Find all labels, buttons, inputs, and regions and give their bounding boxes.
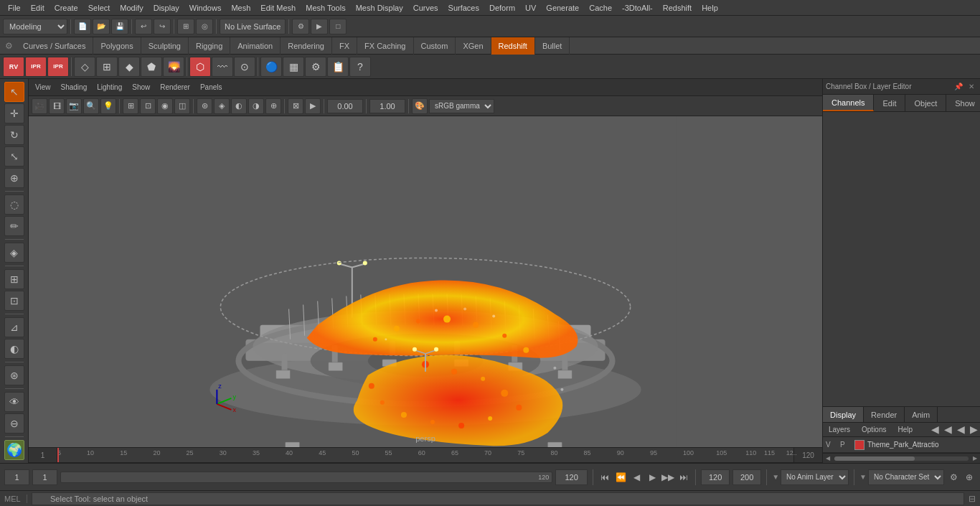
playback-prev-btn[interactable]: ◀ <box>630 471 643 484</box>
anim-layer-arrow[interactable]: ▼ <box>772 473 779 481</box>
le-tab-anim[interactable]: Anim <box>905 407 938 422</box>
vt2-cam-btn[interactable]: 📷 <box>66 98 82 114</box>
menu-help[interactable]: Help <box>697 2 723 14</box>
render-ipr-btn[interactable]: ▶ <box>311 19 328 34</box>
undo-btn[interactable]: ↩ <box>135 19 152 34</box>
rotate-tool[interactable]: ↻ <box>4 125 24 145</box>
layer-btn1[interactable]: ◀ <box>928 423 941 436</box>
transform-constraint[interactable]: ⊿ <box>4 317 24 337</box>
shelf-icon-8[interactable]: ⊙ <box>234 57 255 77</box>
soft-selection[interactable]: ◐ <box>4 339 24 359</box>
shelf-icon-2[interactable]: ⊞ <box>96 57 118 77</box>
rp-tab-show[interactable]: Show <box>946 95 980 111</box>
new-scene-btn[interactable]: 📄 <box>74 19 91 34</box>
menu-redshift[interactable]: Redshift <box>658 2 697 14</box>
layer-row[interactable]: V P Theme_Park_Attractio <box>823 437 980 453</box>
viewport-menu-shading[interactable]: Shading <box>57 83 91 92</box>
tab-xgen[interactable]: XGen <box>456 37 491 55</box>
layer-btn2[interactable]: ◀ <box>941 423 954 436</box>
shelf-icon-ipr2[interactable]: IPR <box>47 57 69 77</box>
rp-tab-object[interactable]: Object <box>905 95 946 111</box>
scroll-track[interactable] <box>834 456 969 461</box>
scroll-left-arrow[interactable]: ◀ <box>823 454 833 464</box>
tab-sculpting[interactable]: Sculpting <box>141 37 189 55</box>
shelf-icon-7[interactable]: 〰 <box>212 57 233 77</box>
tab-redshift[interactable]: Redshift <box>491 37 535 55</box>
menu-curves[interactable]: Curves <box>408 2 443 14</box>
move-tool[interactable]: ✛ <box>4 103 24 123</box>
status-icon[interactable]: ⊟ <box>969 494 976 504</box>
vt2-isolate-btn[interactable]: ⊛ <box>197 98 212 114</box>
vt2-shadow-btn[interactable]: ◐ <box>231 98 247 114</box>
scroll-thumb[interactable] <box>834 456 915 461</box>
scale-tool[interactable]: ⤡ <box>4 146 24 167</box>
menu-generate[interactable]: Generate <box>541 2 584 14</box>
vt2-zoom-btn[interactable]: 🔍 <box>83 98 99 114</box>
layer-btn3[interactable]: ◀ <box>954 423 967 436</box>
menu-select[interactable]: Select <box>83 2 116 14</box>
snap-curve-btn[interactable]: ◎ <box>196 19 213 34</box>
menu-edit[interactable]: Edit <box>26 2 50 14</box>
render-region-btn[interactable]: □ <box>329 19 347 34</box>
menu-display[interactable]: Display <box>149 2 184 14</box>
menu-create[interactable]: Create <box>50 2 83 14</box>
shelf-icon-5[interactable]: 🌄 <box>163 57 184 77</box>
shelf-icon-12[interactable]: 📋 <box>327 57 349 77</box>
tab-curves-surfaces[interactable]: Curves / Surfaces <box>16 37 93 55</box>
redo-btn[interactable]: ↪ <box>154 19 171 34</box>
show-manip-tool[interactable]: ◈ <box>4 243 24 263</box>
vt2-hud-btn[interactable]: ⊠ <box>288 98 303 114</box>
menu-surfaces[interactable]: Surfaces <box>443 2 484 14</box>
playback-extra-btn[interactable]: ⊕ <box>963 471 976 484</box>
shelf-icon-ipr1[interactable]: IPR <box>25 57 47 77</box>
lasso-tool[interactable]: ◌ <box>4 195 24 215</box>
vt2-ao-btn[interactable]: ◑ <box>248 98 264 114</box>
tab-custom[interactable]: Custom <box>414 37 456 55</box>
vt2-expose-btn[interactable]: ⊕ <box>265 98 281 114</box>
vt2-camera-btn[interactable]: 🎥 <box>32 98 47 114</box>
save-scene-btn[interactable]: 💾 <box>111 19 128 34</box>
vt2-light-btn[interactable]: 💡 <box>100 98 116 114</box>
playback-speed-field[interactable] <box>732 469 761 485</box>
viewport-3d[interactable]: y x z persp <box>29 116 822 447</box>
playback-next-btn[interactable]: ▶▶ <box>661 471 674 484</box>
playback-range-start[interactable] <box>701 469 730 485</box>
shelf-icon-1[interactable]: ◇ <box>74 57 95 77</box>
char-set-select[interactable]: No Character Set <box>868 469 944 485</box>
snap-grid-btn[interactable]: ⊞ <box>177 19 194 34</box>
no-live-surface-btn[interactable]: No Live Surface <box>220 19 286 34</box>
shelf-icon-11[interactable]: ⚙ <box>305 57 326 77</box>
render-settings-btn[interactable]: ⚙ <box>292 19 309 34</box>
rp-close-btn[interactable]: ✕ <box>966 81 977 93</box>
hide-tool[interactable]: 👁 <box>4 392 24 412</box>
universal-manip-tool[interactable]: ⊕ <box>4 168 24 188</box>
layers-menu[interactable]: Layers <box>823 423 856 436</box>
menu-mesh[interactable]: Mesh <box>226 2 255 14</box>
menu-mesh-tools[interactable]: Mesh Tools <box>301 2 350 14</box>
range-end-field[interactable] <box>555 469 588 485</box>
paint-tool[interactable]: ✏ <box>4 216 24 236</box>
viewport-menu-panels[interactable]: Panels <box>197 83 226 92</box>
vt2-texture-btn[interactable]: ◫ <box>174 98 190 114</box>
tab-rigging[interactable]: Rigging <box>189 37 230 55</box>
open-scene-btn[interactable]: 📂 <box>93 19 110 34</box>
layer-btn4[interactable]: ▶ <box>967 423 980 436</box>
shelf-icon-10[interactable]: ▦ <box>283 57 304 77</box>
menu-edit-mesh[interactable]: Edit Mesh <box>255 2 301 14</box>
color-space-icon[interactable]: 🎨 <box>412 98 428 114</box>
language-indicator[interactable]: MEL <box>4 495 27 503</box>
vt2-smooth-btn[interactable]: ◉ <box>157 98 173 114</box>
playback-settings-btn[interactable]: ⚙ <box>947 471 960 484</box>
snap-curve[interactable]: ⊡ <box>4 291 24 311</box>
timeline-tick-area[interactable]: 5 10 15 20 25 30 35 40 45 50 55 60 65 70… <box>57 448 793 462</box>
viewport-menu-show[interactable]: Show <box>128 83 154 92</box>
command-line-input[interactable] <box>32 492 964 505</box>
vt2-anim-btn[interactable]: ▶ <box>305 98 321 114</box>
menu-uv[interactable]: UV <box>520 2 541 14</box>
playback-play-btn[interactable]: ▶ <box>646 471 659 484</box>
isolate-tool[interactable]: ⊖ <box>4 413 24 434</box>
playback-back-btn[interactable]: ⏪ <box>614 471 627 484</box>
menu-deform[interactable]: Deform <box>484 2 520 14</box>
color-space-select[interactable]: sRGB gamma <box>429 99 494 113</box>
vt2-wire-btn[interactable]: ⊡ <box>140 98 156 114</box>
